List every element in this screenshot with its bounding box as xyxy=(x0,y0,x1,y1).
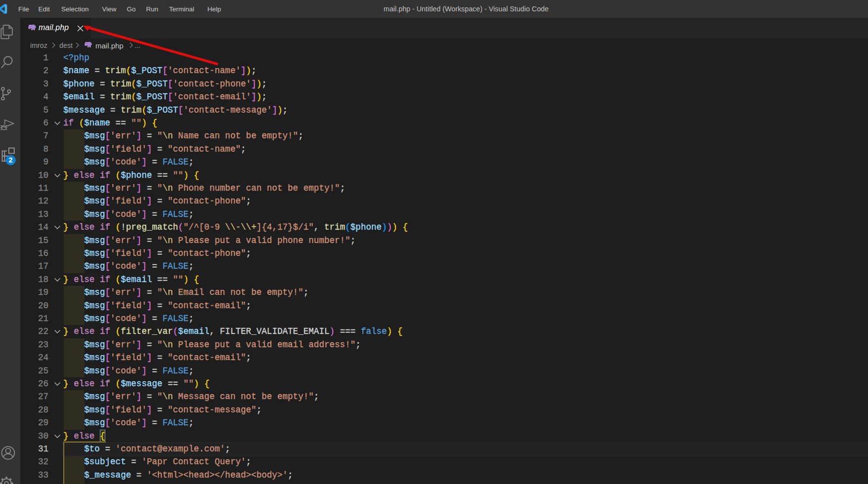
svg-text:2: 2 xyxy=(9,156,13,164)
